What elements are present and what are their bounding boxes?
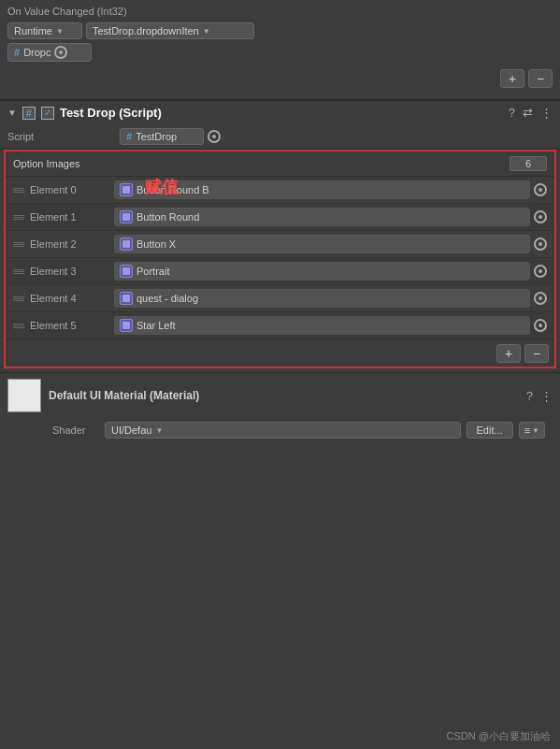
collapse-arrow-icon[interactable]: ▼ (7, 108, 17, 118)
hash-small-icon: # (26, 108, 32, 119)
shader-row: Shader UI/Defau ▼ Edit... ≡ ▼ (7, 418, 553, 442)
element-target-0[interactable] (534, 183, 547, 196)
asset-name-3: Portrait (136, 266, 524, 277)
drag-handle-0[interactable] (13, 188, 24, 193)
edit-shader-button[interactable]: Edit... (467, 422, 513, 439)
script-value-field[interactable]: # TestDrop (120, 128, 204, 145)
asset-icon-2 (120, 238, 133, 251)
on-value-changed-section: On Value Changed (Int32) Runtime ▼ TestD… (0, 0, 560, 100)
checkmark-icon: ✓ (44, 108, 51, 118)
header-icons-group: ? ⇄ ⋮ (509, 106, 553, 120)
option-images-footer: + − (6, 339, 554, 367)
option-images-count: 6 (510, 156, 547, 171)
asset-field-3[interactable]: Portrait (114, 262, 530, 281)
runtime-label: Runtime (14, 25, 52, 36)
remove-event-button[interactable]: − (528, 69, 553, 88)
asset-name-5: Star Left (136, 320, 524, 331)
element-label-4: Element 4 (30, 293, 114, 304)
element-label-5: Element 5 (30, 320, 114, 331)
shader-arrow-icon: ▼ (155, 426, 163, 435)
asset-field-0[interactable]: Button Round B (114, 180, 530, 199)
option-images-label: Option Images (13, 158, 510, 169)
asset-field-1[interactable]: Button Round (114, 208, 530, 226)
asset-name-2: Button X (136, 238, 524, 250)
asset-field-4[interactable]: quest - dialog (114, 289, 530, 308)
script-value: TestDrop (136, 131, 177, 142)
option-images-header: Option Images 6 (6, 151, 554, 177)
kebab-menu-icon[interactable]: ⋮ (540, 106, 553, 120)
element-row-4: Element 4 quest - dialog (6, 285, 554, 312)
asset-field-2[interactable]: Button X (114, 235, 530, 253)
target-icon[interactable] (54, 46, 67, 59)
dropc-row: # Dropc (7, 43, 553, 62)
add-element-button[interactable]: + (496, 344, 521, 363)
dropdown-item-arrow: ▼ (203, 27, 210, 36)
element-target-3[interactable] (534, 265, 547, 278)
element-row-3: Element 3 Portrait (6, 258, 554, 285)
runtime-arrow: ▼ (56, 27, 64, 36)
script-value-col: # TestDrop (120, 128, 553, 145)
dropc-field[interactable]: # Dropc (7, 43, 92, 62)
element-label-1: Element 1 (30, 211, 114, 223)
enable-checkbox[interactable]: # (22, 107, 36, 120)
shader-dropdown[interactable]: UI/Defau ▼ (105, 422, 461, 439)
dropc-label: Dropc (23, 47, 50, 58)
material-preview-icon (7, 379, 41, 412)
shader-label: Shader (52, 425, 99, 436)
drag-handle-1[interactable] (13, 215, 24, 220)
material-title: Default UI Material (Material) (49, 389, 199, 402)
asset-name-4: quest - dialog (136, 293, 524, 304)
dropdown-item-label: TestDrop.dropdownIten (93, 25, 199, 36)
element-target-5[interactable] (534, 319, 547, 332)
option-images-section: Option Images 6 Element 0 Button Round B… (4, 150, 556, 368)
drag-handle-5[interactable] (13, 324, 24, 328)
active-checkbox[interactable]: ✓ (41, 107, 54, 120)
shader-value: UI/Defau (111, 425, 151, 436)
asset-icon-5 (120, 319, 133, 332)
element-target-4[interactable] (534, 292, 547, 305)
material-info: Default UI Material (Material) (49, 389, 519, 402)
material-section: Default UI Material (Material) ? ⋮ Shade… (0, 372, 560, 448)
list-icon-button[interactable]: ≡ ▼ (519, 422, 545, 439)
asset-icon-3 (120, 265, 133, 278)
material-kebab-icon[interactable]: ⋮ (540, 389, 553, 403)
element-label-3: Element 3 (30, 266, 114, 277)
hash-icon: # (14, 47, 20, 58)
asset-name-1: Button Round (136, 211, 524, 223)
drag-handle-3[interactable] (13, 269, 24, 274)
script-label: Script (7, 131, 120, 142)
list-icon: ≡ (524, 425, 530, 436)
asset-field-5[interactable]: Star Left (114, 316, 530, 335)
asset-name-0: Button Round B (136, 184, 524, 195)
add-event-button[interactable]: + (500, 69, 524, 88)
element-row-0: Element 0 Button Round B (6, 177, 554, 204)
asset-icon-1 (120, 210, 133, 223)
watermark: CSDN @小白要加油哈 (447, 729, 551, 743)
remove-element-button[interactable]: − (524, 344, 549, 363)
element-target-2[interactable] (534, 238, 547, 251)
element-row-1: Element 1 Button Round (6, 204, 554, 231)
dropdown-item-dropdown[interactable]: TestDrop.dropdownIten ▼ (86, 22, 254, 39)
help-icon[interactable]: ? (509, 106, 515, 120)
element-row-5: Element 5 Star Left (6, 312, 554, 339)
element-label-2: Element 2 (30, 238, 114, 250)
script-section-header: ▼ # ✓ Test Drop (Script) ? ⇄ ⋮ (0, 100, 560, 124)
script-row: Script # TestDrop (0, 124, 560, 150)
element-target-1[interactable] (534, 210, 547, 223)
plus-minus-row: + − (7, 65, 553, 92)
element-row-2: Element 2 Button X (6, 231, 554, 258)
script-target-icon[interactable] (208, 130, 221, 143)
on-value-changed-panel: On Value Changed (Int32) Runtime ▼ TestD… (0, 0, 560, 448)
script-section-title: Test Drop (Script) (60, 106, 503, 120)
runtime-dropdown[interactable]: Runtime ▼ (7, 22, 82, 39)
drag-handle-4[interactable] (13, 296, 24, 301)
settings-icon[interactable]: ⇄ (523, 106, 533, 120)
script-hash-icon: # (126, 131, 132, 142)
asset-icon-0 (120, 183, 133, 196)
section-title: On Value Changed (Int32) (7, 6, 553, 17)
drag-handle-2[interactable] (13, 242, 24, 247)
element-label-0: Element 0 (30, 184, 114, 195)
runtime-row: Runtime ▼ TestDrop.dropdownIten ▼ (7, 22, 553, 39)
material-header: Default UI Material (Material) ? ⋮ (7, 379, 553, 412)
material-help-icon[interactable]: ? (526, 389, 533, 403)
